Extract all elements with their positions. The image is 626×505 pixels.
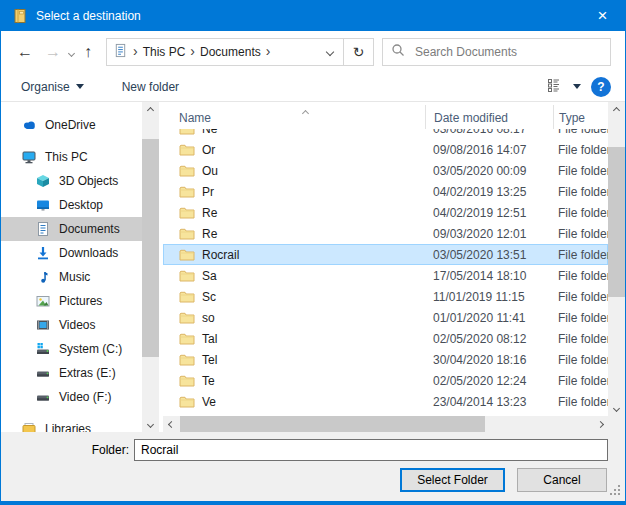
scroll-left-icon[interactable] xyxy=(163,416,179,432)
recent-locations-chevron-icon[interactable] xyxy=(69,45,74,59)
sidebar-item-video-f[interactable]: Video (F:) xyxy=(1,385,142,409)
select-folder-button[interactable]: Select Folder xyxy=(400,468,505,492)
folder-type: File folder xyxy=(553,143,608,157)
sidebar-scrollbar-thumb[interactable] xyxy=(142,139,159,357)
list-horizontal-scrollbar[interactable] xyxy=(163,416,608,432)
folder-row[interactable]: Sc 11/01/2019 11:15 File folder xyxy=(163,286,608,307)
folder-icon xyxy=(179,143,195,156)
scroll-down-icon[interactable] xyxy=(142,416,159,432)
close-icon[interactable]: × xyxy=(580,1,625,31)
pictures-icon xyxy=(35,293,51,309)
sidebar-item-libraries[interactable]: Libraries xyxy=(1,417,142,432)
search-icon xyxy=(391,43,405,60)
up-icon[interactable]: ↑ xyxy=(78,44,98,60)
navigation-bar: ← → ↑ › This PC › Documents xyxy=(1,31,625,72)
folder-row[interactable]: Ne 03/08/2016 08:17 File folder xyxy=(163,129,608,139)
back-icon[interactable]: ← xyxy=(11,44,39,60)
folder-type: File folder xyxy=(553,185,608,199)
column-header-date-modified[interactable]: Date modified xyxy=(425,105,553,129)
folder-row-rocrail-selected[interactable]: Rocrail 03/05/2020 13:51 File folder xyxy=(163,244,608,265)
folder-type: File folder xyxy=(553,332,608,346)
sidebar-item-desktop[interactable]: Desktop xyxy=(1,193,142,217)
folder-name: Tal xyxy=(202,332,217,346)
folder-icon xyxy=(179,269,195,282)
folder-name: so xyxy=(202,311,215,325)
folder-type: File folder xyxy=(553,129,608,136)
sidebar-item-music[interactable]: Music xyxy=(1,265,142,289)
cancel-button[interactable]: Cancel xyxy=(517,468,607,492)
dialog-body: OneDrive This PC xyxy=(1,102,625,432)
folder-row[interactable]: so 01/01/2020 11:41 File folder xyxy=(163,307,608,328)
list-hscrollbar-thumb[interactable] xyxy=(180,416,485,432)
list-vscrollbar-thumb[interactable] xyxy=(608,147,625,297)
folder-row[interactable]: Ou 03/05/2020 00:09 File folder xyxy=(163,160,608,181)
sidebar-item-extras-e[interactable]: Extras (E:) xyxy=(1,361,142,385)
refresh-icon[interactable]: ↻ xyxy=(343,39,373,65)
sidebar-item-label: Music xyxy=(59,270,90,284)
folder-date: 01/01/2020 11:41 xyxy=(425,311,553,325)
new-folder-button[interactable]: New folder xyxy=(114,80,187,94)
folder-row[interactable]: Tel 30/04/2020 18:16 File folder xyxy=(163,349,608,370)
forward-icon[interactable]: → xyxy=(39,44,67,60)
scroll-up-icon[interactable] xyxy=(608,102,625,118)
column-header-type[interactable]: Type xyxy=(553,105,608,129)
sidebar-scrollbar[interactable] xyxy=(142,102,159,432)
breadcrumb-item-this-pc[interactable]: This PC xyxy=(143,45,186,59)
sidebar-item-pictures[interactable]: Pictures xyxy=(1,289,142,313)
dialog-footer: Folder: Select Folder Cancel xyxy=(1,432,625,501)
sidebar-item-label: Pictures xyxy=(59,294,102,308)
sidebar-item-system-c[interactable]: System (C:) xyxy=(1,337,142,361)
title-bar[interactable]: Select a destination × xyxy=(1,1,625,31)
views-icon[interactable] xyxy=(547,78,563,95)
folder-icon xyxy=(179,185,195,198)
folder-name: Ou xyxy=(202,164,218,178)
scroll-right-icon[interactable] xyxy=(592,416,608,432)
folder-icon xyxy=(179,164,195,177)
folder-row[interactable]: Or 09/08/2016 14:07 File folder xyxy=(163,139,608,160)
folder-name-input[interactable] xyxy=(134,439,608,461)
folder-date: 09/08/2016 14:07 xyxy=(425,143,553,157)
views-dropdown-icon[interactable] xyxy=(573,84,581,89)
sidebar-item-documents[interactable]: Documents xyxy=(1,217,142,241)
help-icon[interactable]: ? xyxy=(591,77,611,97)
sidebar-item-label: System (C:) xyxy=(59,342,122,356)
scroll-down-icon[interactable] xyxy=(608,400,625,416)
folder-row[interactable]: Pr 04/02/2019 13:25 File folder xyxy=(163,181,608,202)
folder-row[interactable]: Tal 02/05/2020 08:12 File folder xyxy=(163,328,608,349)
folder-row[interactable]: Te 02/05/2020 12:24 File folder xyxy=(163,370,608,391)
location-document-icon xyxy=(113,43,128,61)
organise-button[interactable]: Organise xyxy=(13,80,92,94)
breadcrumb[interactable]: › This PC › Documents › xyxy=(107,39,343,65)
folder-row[interactable]: Re 04/02/2019 12:51 File folder xyxy=(163,202,608,223)
sidebar-item-label: Downloads xyxy=(59,246,118,260)
folder-row[interactable]: Sa 17/05/2014 18:10 File folder xyxy=(163,265,608,286)
column-headers: Name Date modified Type xyxy=(163,102,608,129)
folder-name: Re xyxy=(202,206,217,220)
breadcrumb-item-documents[interactable]: Documents xyxy=(200,45,261,59)
folder-date: 09/03/2020 12:01 xyxy=(425,227,553,241)
this-pc-icon xyxy=(21,149,37,165)
address-dropdown-chevron-icon[interactable] xyxy=(327,49,337,55)
folder-icon xyxy=(179,248,195,261)
folder-row[interactable]: Re 09/03/2020 12:01 File folder xyxy=(163,223,608,244)
address-bar[interactable]: › This PC › Documents › ↻ xyxy=(106,38,374,66)
search-box[interactable] xyxy=(382,38,611,66)
navigation-pane: OneDrive This PC xyxy=(1,102,142,432)
search-input[interactable] xyxy=(413,44,602,60)
column-header-name[interactable]: Name xyxy=(163,111,425,129)
sidebar-item-onedrive[interactable]: OneDrive xyxy=(1,113,142,137)
list-vertical-scrollbar[interactable] xyxy=(608,102,625,416)
sidebar-item-this-pc[interactable]: This PC xyxy=(1,145,142,169)
music-note-icon xyxy=(35,269,51,285)
sidebar-item-videos[interactable]: Videos xyxy=(1,313,142,337)
folder-name: Te xyxy=(202,374,215,388)
sidebar-item-downloads[interactable]: Downloads xyxy=(1,241,142,265)
scroll-up-icon[interactable] xyxy=(142,102,159,118)
file-list-pane: Name Date modified Type Ne 03/08/2016 08… xyxy=(163,102,625,432)
resize-grip[interactable] xyxy=(610,485,621,499)
sidebar-item-3d-objects[interactable]: 3D Objects xyxy=(1,169,142,193)
folder-date: 04/02/2019 13:25 xyxy=(425,185,553,199)
breadcrumb-separator: › xyxy=(133,44,138,60)
libraries-icon xyxy=(21,421,37,432)
folder-row[interactable]: Ve 23/04/2014 13:23 File folder xyxy=(163,391,608,412)
